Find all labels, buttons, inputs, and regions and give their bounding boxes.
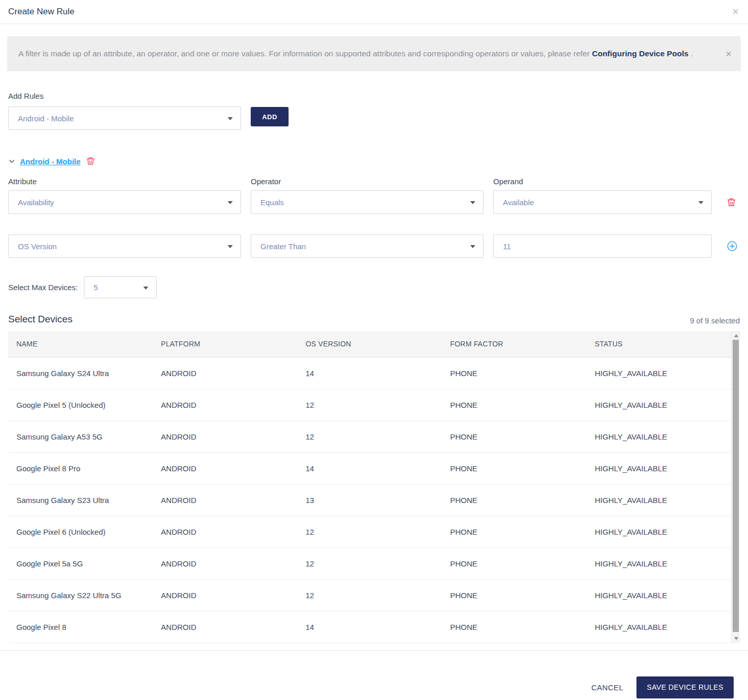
attribute-select[interactable]: Availability <box>8 190 241 214</box>
max-devices-label: Select Max Devices: <box>8 283 78 292</box>
delete-rule-trash-icon[interactable] <box>721 196 737 208</box>
cell-status: HIGHLY_AVAILABLE <box>586 579 731 611</box>
close-icon[interactable]: × <box>732 6 739 17</box>
cell-status: HIGHLY_AVAILABLE <box>586 452 731 484</box>
device-table-body: Samsung Galaxy S24 Ultra ANDROID 14 PHON… <box>8 357 731 643</box>
rule-group-header: Android - Mobile <box>8 156 740 167</box>
cell-platform: ANDROID <box>153 579 298 611</box>
cell-form-factor: PHONE <box>442 389 587 421</box>
cell-name: Samsung Galaxy A53 5G <box>8 421 153 452</box>
cell-form-factor: PHONE <box>442 357 587 389</box>
add-rules-row: Android - Mobile ADD <box>8 106 740 130</box>
save-device-rules-button[interactable]: SAVE DEVICE RULES <box>636 676 734 698</box>
column-header-name: NAME <box>8 331 153 357</box>
info-banner-suffix: . <box>689 49 693 58</box>
table-row[interactable]: Samsung Galaxy S24 Ultra ANDROID 14 PHON… <box>8 357 731 389</box>
operand-input[interactable] <box>493 234 712 258</box>
scrollbar-down-icon[interactable] <box>732 635 740 643</box>
column-header-os-version: OS VERSION <box>297 331 442 357</box>
rule-row-1: Availability Equals Available <box>8 190 740 214</box>
cell-os-version: 13 <box>297 484 442 516</box>
cell-os-version: 12 <box>297 548 442 579</box>
cell-name: Samsung Galaxy S24 Ultra <box>8 357 153 389</box>
configuring-device-pools-link[interactable]: Configuring Device Pools <box>592 49 689 58</box>
table-row[interactable]: Samsung Galaxy A53 5G ANDROID 12 PHONE H… <box>8 421 731 452</box>
add-rule-button[interactable]: ADD <box>251 107 289 126</box>
max-devices-select[interactable]: 5 <box>84 276 157 298</box>
table-scrollbar[interactable] <box>731 331 740 643</box>
operator-select[interactable]: Equals <box>251 190 483 214</box>
cell-form-factor: PHONE <box>442 516 587 548</box>
table-row[interactable]: Google Pixel 8 Pro ANDROID 14 PHONE HIGH… <box>8 452 731 484</box>
add-rules-label: Add Rules <box>8 92 740 100</box>
operand-label: Operand <box>493 177 712 186</box>
selected-count: 9 of 9 selected <box>690 316 740 325</box>
table-header-row: NAME PLATFORM OS VERSION FORM FACTOR STA… <box>8 331 731 357</box>
platform-select-value: Android - Mobile <box>18 114 74 123</box>
device-table: NAME PLATFORM OS VERSION FORM FACTOR STA… <box>8 331 731 643</box>
cell-form-factor: PHONE <box>442 611 587 643</box>
max-devices-value: 5 <box>94 283 98 292</box>
cell-status: HIGHLY_AVAILABLE <box>586 516 731 548</box>
platform-select[interactable]: Android - Mobile <box>8 106 241 130</box>
operator-label: Operator <box>251 177 483 186</box>
cell-platform: ANDROID <box>153 516 298 548</box>
cell-form-factor: PHONE <box>442 452 587 484</box>
attribute-select[interactable]: OS Version <box>8 234 241 258</box>
cell-os-version: 12 <box>297 389 442 421</box>
table-row[interactable]: Google Pixel 8 ANDROID 14 PHONE HIGHLY_A… <box>8 611 731 643</box>
cell-platform: ANDROID <box>153 452 298 484</box>
table-row[interactable]: Google Pixel 5a 5G ANDROID 12 PHONE HIGH… <box>8 548 731 579</box>
operator-select-value: Greater Than <box>260 242 306 251</box>
rule-group-link[interactable]: Android - Mobile <box>20 157 80 166</box>
table-row[interactable]: Samsung Galaxy S23 Ultra ANDROID 13 PHON… <box>8 484 731 516</box>
cell-name: Google Pixel 5 (Unlocked) <box>8 389 153 421</box>
cell-platform: ANDROID <box>153 484 298 516</box>
select-devices-header: Select Devices 9 of 9 selected <box>8 314 740 325</box>
operator-select[interactable]: Greater Than <box>251 234 483 258</box>
cell-os-version: 14 <box>297 611 442 643</box>
cell-platform: ANDROID <box>153 548 298 579</box>
chevron-down-icon <box>698 201 703 204</box>
scrollbar-thumb[interactable] <box>733 340 739 632</box>
cell-name: Google Pixel 5a 5G <box>8 548 153 579</box>
collapse-chevron-icon[interactable] <box>8 158 15 165</box>
cell-os-version: 12 <box>297 516 442 548</box>
cancel-button[interactable]: CANCEL <box>591 683 624 692</box>
table-row[interactable]: Samsung Galaxy S22 Ultra 5G ANDROID 12 P… <box>8 579 731 611</box>
attribute-select-value: OS Version <box>18 242 57 251</box>
select-devices-title: Select Devices <box>8 314 73 325</box>
cell-status: HIGHLY_AVAILABLE <box>586 484 731 516</box>
chevron-down-icon <box>228 245 233 248</box>
column-header-status: STATUS <box>586 331 731 357</box>
modal-footer: CANCEL SAVE DEVICE RULES <box>0 650 748 698</box>
info-banner-message: A filter is made up of an attribute, an … <box>18 49 590 58</box>
banner-close-icon[interactable]: × <box>725 48 732 60</box>
cell-platform: ANDROID <box>153 389 298 421</box>
add-rule-row-plus-icon[interactable] <box>721 239 739 253</box>
cell-status: HIGHLY_AVAILABLE <box>586 611 731 643</box>
operator-select-value: Equals <box>260 198 284 207</box>
attribute-label: Attribute <box>8 177 241 186</box>
chevron-down-icon <box>470 245 475 248</box>
cell-os-version: 12 <box>297 579 442 611</box>
page-title: Create New Rule <box>8 7 74 17</box>
cell-name: Google Pixel 6 (Unlocked) <box>8 516 153 548</box>
cell-status: HIGHLY_AVAILABLE <box>586 421 731 452</box>
table-row[interactable]: Google Pixel 6 (Unlocked) ANDROID 12 PHO… <box>8 516 731 548</box>
scrollbar-up-icon[interactable] <box>732 331 740 340</box>
column-header-form-factor: FORM FACTOR <box>442 331 587 357</box>
cell-name: Samsung Galaxy S22 Ultra 5G <box>8 579 153 611</box>
operand-select[interactable]: Available <box>493 190 712 214</box>
delete-rule-group-trash-icon[interactable] <box>85 156 96 167</box>
cell-name: Google Pixel 8 Pro <box>8 452 153 484</box>
cell-form-factor: PHONE <box>442 421 587 452</box>
cell-os-version: 12 <box>297 421 442 452</box>
table-row[interactable]: Google Pixel 5 (Unlocked) ANDROID 12 PHO… <box>8 389 731 421</box>
cell-platform: ANDROID <box>153 421 298 452</box>
cell-os-version: 14 <box>297 357 442 389</box>
cell-platform: ANDROID <box>153 611 298 643</box>
info-banner-text: A filter is made up of an attribute, an … <box>18 49 717 58</box>
cell-status: HIGHLY_AVAILABLE <box>586 389 731 421</box>
cell-form-factor: PHONE <box>442 579 587 611</box>
